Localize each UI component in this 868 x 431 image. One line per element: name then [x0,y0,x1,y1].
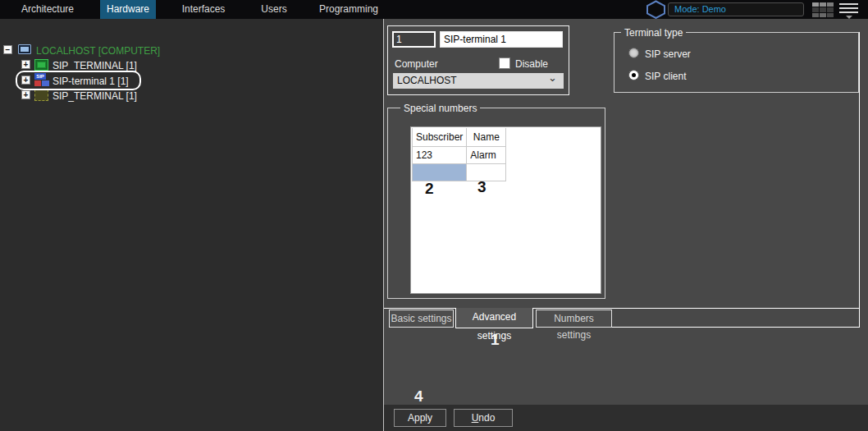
menu-item-hardware[interactable]: Hardware [100,0,156,19]
radio-sip-client[interactable] [628,70,639,80]
tree-item-label: LOCALHOST [COMPUTER] [36,45,160,57]
radio-sip-client-label: SIP client [645,71,686,82]
terminal-name-field[interactable] [440,31,563,48]
menu-bar: Architecture Hardware Interfaces Users P… [0,0,868,19]
special-numbers-table: Subscriber Name 123 Alarm [412,128,506,181]
terminal-board-icon [34,59,48,71]
disable-checkbox[interactable] [499,57,510,69]
apply-button[interactable]: Apply [394,409,446,427]
table-header-row: Subscriber Name [413,128,506,146]
expand-icon[interactable] [21,90,30,99]
hamburger-menu-icon[interactable] [839,3,858,16]
tree-item-label: SIP-terminal 1 [1] [53,76,129,87]
mode-indicator[interactable]: Mode: Demo [668,2,804,16]
column-header-name[interactable]: Name [467,128,506,146]
tree-item-sip-terminal-1[interactable]: SIP_TERMINAL [1] [0,58,377,73]
annotation-4: 4 [414,387,423,406]
application-window: Architecture Hardware Interfaces Users P… [0,0,868,431]
hexagon-logo-icon [645,0,667,19]
table-row: 123 Alarm [413,146,506,163]
tree-item-sip-terminal-selected[interactable]: SIP-terminal 1 [1] [0,73,377,88]
special-numbers-title: Special numbers [400,103,480,114]
cell-subscriber-selected[interactable] [413,163,467,181]
collapse-icon[interactable] [3,45,12,54]
tab-area-border-bottom [612,327,860,328]
device-tree-panel: LOCALHOST [COMPUTER] SIP_TERMINAL [1] SI… [0,19,383,431]
tree-item-sip-terminal-2[interactable]: SIP_TERMINAL [1] [0,88,377,103]
expand-icon[interactable] [21,60,30,69]
sip-terminal-icon [34,73,49,86]
menu-item-users[interactable]: Users [254,0,294,19]
annotation-1: 1 [491,331,500,349]
cell-name[interactable]: Alarm [467,146,506,163]
column-header-subscriber[interactable]: Subscriber [413,128,467,146]
tab-basic-settings[interactable]: Basic settings [389,309,454,328]
tab-numbers-settings[interactable]: Numbers settings [536,309,612,328]
terminal-type-title: Terminal type [621,27,686,39]
expand-icon[interactable] [21,76,30,85]
annotation-2: 2 [425,180,434,198]
layout-grid-icon[interactable] [812,2,834,17]
table-row-new [413,163,506,181]
tree-item-label: SIP_TERMINAL [1] [53,60,137,71]
annotation-3: 3 [477,178,487,196]
cell-name-empty[interactable] [467,163,506,181]
menu-item-interfaces[interactable]: Interfaces [167,0,240,19]
tab-area-border-right [859,32,860,328]
terminal-disabled-icon [34,89,48,101]
terminal-id-field[interactable] [392,31,436,48]
chevron-down-icon: ⌄ [548,71,557,85]
menu-item-architecture[interactable]: Architecture [8,0,87,19]
radio-sip-server-label: SIP server [645,48,691,60]
menu-item-programming[interactable]: Programming [312,0,386,19]
computer-label: Computer [395,58,438,70]
computer-icon [18,44,31,54]
tree-item-label: SIP_TERMINAL [1] [53,90,137,102]
computer-select-value: LOCALHOST [397,75,457,86]
disable-label: Disable [515,58,548,70]
radio-sip-server[interactable] [628,48,639,58]
tab-advanced-settings[interactable]: Advanced settings [455,308,533,328]
terminal-type-group [614,32,859,93]
tree-item-localhost[interactable]: LOCALHOST [COMPUTER] [0,44,377,58]
computer-select[interactable]: LOCALHOST ⌄ [393,73,564,89]
undo-button[interactable]: Undo [454,409,513,427]
cell-subscriber[interactable]: 123 [413,146,467,163]
